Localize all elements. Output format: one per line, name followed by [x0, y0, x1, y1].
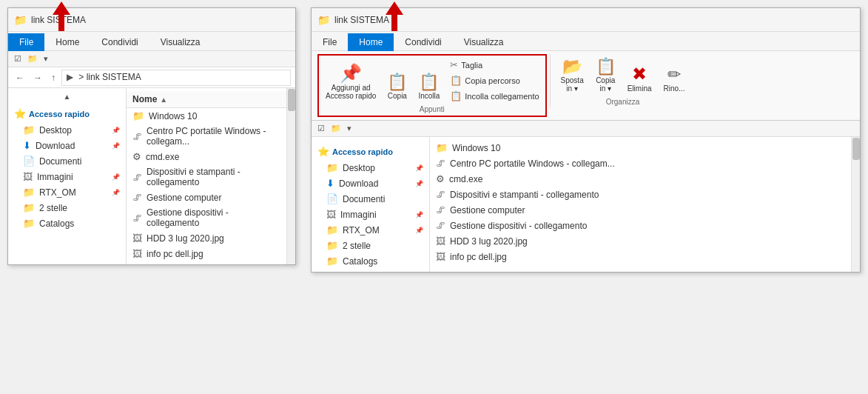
rinomina-button[interactable]: ✏ Rino... [659, 64, 690, 96]
incolla-button[interactable]: 📋 Incolla [414, 71, 444, 103]
right-download-label: Download [339, 178, 378, 189]
left-tab-visualizza[interactable]: Visualizza [149, 33, 212, 51]
right-download-pin: 📌 [415, 180, 423, 187]
right-qa-folder[interactable]: 📁 [329, 123, 343, 134]
left-sidebar-item-immagini[interactable]: 🖼 Immagini 📌 [8, 169, 126, 184]
file-item-centro-pc[interactable]: 🖇 Centro PC portatile Windows - collegam… [127, 124, 286, 149]
file-item-windows10[interactable]: 📁 Windows 10 [127, 108, 286, 124]
left-tab-condividi[interactable]: Condividi [90, 33, 149, 51]
sposta-in-button[interactable]: 📂 Spostain ▾ [556, 56, 588, 96]
right-sidebar-item-desktop[interactable]: 📁 Desktop 📌 [312, 160, 429, 176]
right-scrollbar[interactable] [851, 137, 860, 272]
copia-percorso-button[interactable]: 📋 Copia percorso [446, 73, 542, 87]
right-sidebar-item-catalogs[interactable]: 📁 Catalogs [312, 253, 429, 269]
sort-arrow: ▲ [160, 96, 167, 104]
right-immagini-label: Immagini [340, 210, 377, 220]
left-sidebar-item-documenti[interactable]: 📄 Documenti [8, 153, 126, 169]
organizza-buttons-row: 📂 Spostain ▾ 📋 Copiain ▾ ✖ Elimina [556, 56, 690, 96]
file-item-gestione-computer[interactable]: 🖇 Gestione computer [127, 190, 286, 205]
desktop-folder-icon: 📁 [23, 124, 35, 136]
left-scroll-thumb[interactable] [288, 89, 295, 111]
right-gest-disp-label: Gestione dispositivi - collegamento [450, 221, 587, 231]
right-file-item-info-pc[interactable]: 🖼 info pc dell.jpg [430, 249, 851, 264]
hdd-label: HDD 3 lug 2020.jpg [147, 233, 224, 244]
forward-button[interactable]: → [30, 71, 45, 84]
file-item-info-pc[interactable]: 🖼 info pc dell.jpg [127, 246, 286, 261]
immagini-icon: 🖼 [23, 171, 33, 182]
taglia-button[interactable]: ✂ Taglia [446, 58, 542, 72]
right-gest-disp-icon: 🖇 [436, 220, 445, 231]
file-item-hdd[interactable]: 🖼 HDD 3 lug 2020.jpg [127, 230, 286, 246]
right-file-item-cmd[interactable]: ⚙ cmd.exe [430, 171, 851, 187]
right-file-item-centro-pc[interactable]: 🖇 Centro PC portatile Windows - collegam… [430, 156, 851, 171]
copia-in-label: Copiain ▾ [596, 76, 615, 93]
right-file-item-windows10[interactable]: 📁 Windows 10 [430, 140, 851, 156]
left-sidebar-scroll: ▲ [8, 91, 126, 102]
copia-button[interactable]: 📋 Copia [383, 71, 411, 103]
aggiungi-accesso-rapido-button[interactable]: 📌 Aggiungi adAccesso rapido [321, 61, 380, 103]
right-tab-home[interactable]: Home [348, 33, 394, 51]
right-file-item-gestione-computer[interactable]: 🖇 Gestione computer [430, 202, 851, 218]
documenti-label: Documenti [39, 156, 81, 167]
copia-in-button[interactable]: 📋 Copiain ▾ [591, 56, 620, 96]
right-info-pc-icon: 🖼 [436, 251, 445, 262]
left-sidebar-item-catalogs[interactable]: 📁 Catalogs [8, 216, 126, 231]
left-scrollbar[interactable] [286, 88, 295, 264]
right-qa-dropdown[interactable]: ▾ [346, 123, 353, 134]
left-tab-file[interactable]: File [8, 33, 44, 51]
qa-dropdown-icon[interactable]: ▾ [42, 53, 50, 64]
right-sidebar-header[interactable]: ⭐ Accesso rapido [312, 143, 429, 160]
pin-button-label: Aggiungi adAccesso rapido [326, 84, 376, 100]
right-window-frame: 📁 link SISTEMA File Home Condividi Visua… [311, 7, 861, 273]
qa-folder-icon[interactable]: 📁 [26, 53, 39, 64]
download-label: Download [36, 141, 75, 151]
left-sidebar-item-desktop[interactable]: 📁 Desktop 📌 [8, 122, 126, 138]
file-item-cmd[interactable]: ⚙ cmd.exe [127, 149, 286, 164]
left-sidebar-header[interactable]: ⭐ Accesso rapido [8, 105, 126, 122]
right-desktop-label: Desktop [343, 163, 375, 173]
left-sidebar-item-2stelle[interactable]: 📁 2 stelle [8, 200, 126, 216]
file-item-gestione-dispositivi[interactable]: 🖇 Gestione dispositivi - collegamento [127, 205, 286, 230]
up-button[interactable]: ↑ [48, 71, 58, 84]
left-sidebar-item-rtx[interactable]: 📁 RTX_OM 📌 [8, 184, 126, 200]
right-sidebar-item-immagini[interactable]: 🖼 Immagini 📌 [312, 207, 429, 222]
incolla-collegamento-button[interactable]: 📋 Incolla collegamento [446, 89, 542, 103]
right-file-item-hdd[interactable]: 🖼 HDD 3 lug 2020.jpg [430, 233, 851, 249]
elimina-button[interactable]: ✖ Elimina [623, 62, 656, 96]
pin-button-icon: 📌 [340, 64, 362, 82]
right-catalogs-label: Catalogs [343, 256, 377, 267]
right-qa-checkbox[interactable]: ☑ [316, 123, 326, 134]
left-sidebar-item-download[interactable]: ⬇ Download 📌 [8, 138, 126, 153]
right-file-item-dispositivi[interactable]: 🖇 Dispositivi e stampanti - collegamento [430, 187, 851, 202]
desktop-pin-icon: 📌 [112, 127, 120, 134]
back-button[interactable]: ← [13, 71, 27, 84]
right-centro-pc-icon: 🖇 [436, 158, 445, 169]
left-address-path[interactable]: ▶ > link SISTEMA [61, 70, 291, 86]
right-sidebar-item-rtx[interactable]: 📁 RTX_OM 📌 [312, 222, 429, 238]
right-tab-file[interactable]: File [312, 33, 348, 51]
left-sidebar-section: ⭐ Accesso rapido 📁 Desktop 📌 ⬇ Download … [8, 102, 126, 234]
desktop-label: Desktop [39, 125, 72, 136]
right-sidebar: ⭐ Accesso rapido 📁 Desktop 📌 ⬇ Download … [312, 137, 430, 272]
sidebar-scroll-up[interactable]: ▲ [8, 91, 126, 102]
right-tab-visualizza[interactable]: Visualizza [453, 33, 515, 51]
right-tab-condividi[interactable]: Condividi [394, 33, 452, 51]
right-sidebar-item-download[interactable]: ⬇ Download 📌 [312, 176, 429, 191]
windows10-icon: 📁 [132, 110, 144, 121]
copia-button-label: Copia [388, 92, 407, 100]
left-tab-home[interactable]: Home [44, 33, 90, 51]
right-download-icon: ⬇ [326, 178, 334, 189]
right-scroll-thumb[interactable] [852, 138, 860, 160]
right-sidebar-item-documenti[interactable]: 📄 Documenti [312, 191, 429, 207]
left-file-list-header: Nome ▲ [127, 91, 286, 108]
immagini-pin-icon: 📌 [112, 173, 120, 181]
right-sidebar-item-2stelle[interactable]: 📁 2 stelle [312, 238, 429, 253]
left-ribbon-tabs: File Home Condividi Visualizza [8, 32, 295, 51]
file-item-dispositivi[interactable]: 🖇 Dispositivi e stampanti - collegamento [127, 164, 286, 190]
qa-checkbox-icon[interactable]: ☑ [13, 53, 23, 64]
right-file-item-gestione-dispositivi[interactable]: 🖇 Gestione dispositivi - collegamento [430, 218, 851, 233]
right-catalogs-icon: 📁 [326, 256, 338, 267]
left-sidebar: ▲ ⭐ Accesso rapido 📁 Desktop 📌 [8, 88, 127, 264]
taglia-label: Taglia [461, 61, 482, 70]
right-desktop-pin: 📌 [415, 164, 423, 172]
